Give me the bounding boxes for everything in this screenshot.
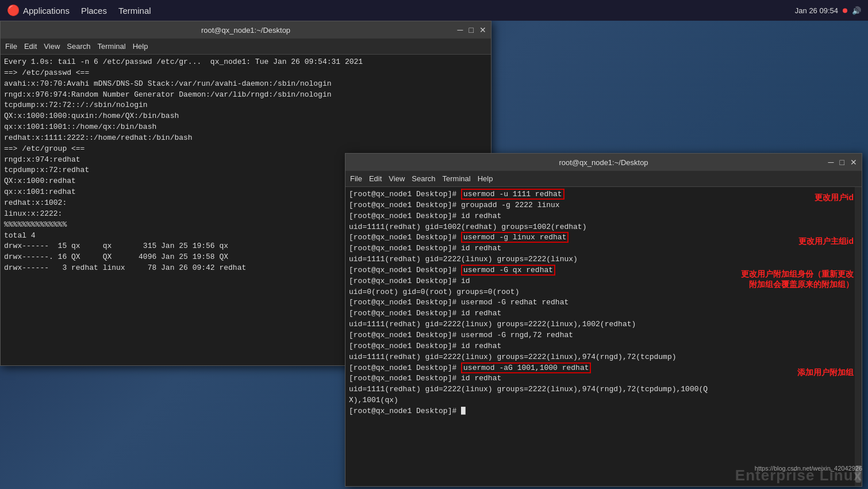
terminal-2-controls[interactable]: ─ □ ✕ xyxy=(828,158,857,167)
os-logo-icon: 🔴 xyxy=(7,4,20,17)
terminal-1-menubar: File Edit View Search Terminal Help xyxy=(1,39,491,55)
terminal-2-line: uid=0(root) gid=0(root) groups=0(root) xyxy=(349,287,858,298)
highlighted-command: usermod -u 1111 redhat xyxy=(461,189,564,200)
highlighted-command: usermod -aG 1001,1000 redhat xyxy=(461,362,591,373)
terminal-2-line: [root@qx_node1 Desktop]# id xyxy=(349,276,858,287)
taskbar-places[interactable]: Places xyxy=(81,6,107,16)
terminal-2-content: [root@qx_node1 Desktop]# usermod -u 1111… xyxy=(345,187,862,486)
terminal-1-line: QX:x:1000:1000:quxin:/home/QX:/bin/bash xyxy=(4,111,487,122)
terminal-2-line: [root@qx_node1 Desktop]# usermod -G qx r… xyxy=(349,265,858,276)
terminal-2-line: [root@qx_node1 Desktop]# █ xyxy=(349,406,858,417)
minimize-button-1[interactable]: ─ xyxy=(458,25,463,35)
terminal-2-line: uid=1111(redhat) gid=2222(linux) groups=… xyxy=(349,384,858,395)
terminal-2-line: [root@qx_node1 Desktop]# id redhat xyxy=(349,373,858,384)
menu-view-1[interactable]: View xyxy=(44,42,60,51)
terminal-2-title: root@qx_node1:~/Desktop xyxy=(559,158,648,167)
terminal-2-line: [root@qx_node1 Desktop]# id redhat xyxy=(349,341,858,352)
menu-edit-2[interactable]: Edit xyxy=(369,174,382,183)
maximize-button-2[interactable]: □ xyxy=(840,158,844,167)
notification-dot xyxy=(843,8,847,13)
menu-help-2[interactable]: Help xyxy=(478,174,493,183)
highlighted-command: usermod -G qx redhat xyxy=(461,265,555,276)
close-button-2[interactable]: ✕ xyxy=(850,158,857,167)
terminal-1-line: ==> /etc/passwd <== xyxy=(4,68,487,79)
terminal-1-line: qx:x:1001:1001::/home/qx:/bin/bash xyxy=(4,122,487,133)
terminal-2-line: [root@qx_node1 Desktop]# id redhat xyxy=(349,211,858,222)
terminal-2-line: [root@qx_node1 Desktop]# id redhat xyxy=(349,308,858,319)
taskbar-applications[interactable]: Applications xyxy=(23,6,70,16)
terminal-2-line: [root@qx_node1 Desktop]# id redhat xyxy=(349,243,858,254)
taskbar: 🔴 Applications Places Terminal Jan 26 09… xyxy=(0,0,868,21)
terminal-1-line: Every 1.0s: tail -n 6 /etc/passwd /etc/g… xyxy=(4,57,487,68)
terminal-2-line: [root@qx_node1 Desktop]# usermod -G rngd… xyxy=(349,330,858,341)
speaker-icon: 🔊 xyxy=(852,6,861,15)
menu-search-1[interactable]: Search xyxy=(67,42,90,51)
watermark-text: Enterprise Linux xyxy=(735,467,862,484)
highlighted-command: usermod -g linux redhat xyxy=(461,232,569,243)
menu-help-1[interactable]: Help xyxy=(133,42,148,51)
terminal-2-line: [root@qx_node1 Desktop]# usermod -u 1111… xyxy=(349,189,858,200)
terminal-2-line: uid=1111(redhat) gid=2222(linux) groups=… xyxy=(349,352,858,363)
menu-terminal-1[interactable]: Terminal xyxy=(98,42,126,51)
terminal-2-line: [root@qx_node1 Desktop]# usermod -g linu… xyxy=(349,232,858,243)
terminal-1-line: redhat:x:1111:2222::/home/redhat:/bin/ba… xyxy=(4,133,487,144)
menu-terminal-2[interactable]: Terminal xyxy=(443,174,471,183)
terminal-1-line: tcpdump:x:72:72::/:/sbin/nologin xyxy=(4,100,487,111)
minimize-button-2[interactable]: ─ xyxy=(828,158,834,167)
terminal-window-2: root@qx_node1:~/Desktop ─ □ ✕ File Edit … xyxy=(345,153,862,487)
terminal-2-line: uid=1111(redhat) gid=2222(linux) groups=… xyxy=(349,254,858,265)
terminal-1-titlebar: root@qx_node1:~/Desktop ─ □ ✕ xyxy=(1,21,491,39)
terminal-1-line: rngd:x:976:974:Random Number Generator D… xyxy=(4,90,487,101)
terminal-2-line: X),1001(qx) xyxy=(349,395,858,406)
maximize-button-1[interactable]: □ xyxy=(469,25,474,35)
terminal-2-titlebar: root@qx_node1:~/Desktop ─ □ ✕ xyxy=(345,154,862,171)
menu-file-2[interactable]: File xyxy=(350,174,362,183)
menu-file-1[interactable]: File xyxy=(5,42,17,51)
terminal-2-line: uid=1111(redhat) gid=1002(redhat) groups… xyxy=(349,222,858,233)
terminal-1-title: root@qx_node1:~/Desktop xyxy=(201,26,290,35)
datetime-display: Jan 26 09:54 xyxy=(795,6,838,15)
menu-view-2[interactable]: View xyxy=(389,174,405,183)
terminal-2-line: [root@qx_node1 Desktop]# usermod -aG 100… xyxy=(349,363,858,374)
terminal-1-controls[interactable]: ─ □ ✕ xyxy=(458,25,486,35)
scrollbar-track[interactable] xyxy=(855,187,862,486)
terminal-2-line: [root@qx_node1 Desktop]# usermod -G redh… xyxy=(349,297,858,308)
close-button-1[interactable]: ✕ xyxy=(479,25,486,35)
menu-search-2[interactable]: Search xyxy=(412,174,435,183)
taskbar-terminal[interactable]: Terminal xyxy=(118,6,151,16)
terminal-2-menubar: File Edit View Search Terminal Help xyxy=(345,171,862,187)
taskbar-right-area: Jan 26 09:54 🔊 xyxy=(795,6,861,15)
terminal-1-line: avahi:x:70:70:Avahi mDNS/DNS-SD Stack:/v… xyxy=(4,79,487,90)
desktop: root@qx_node1:~/Desktop ─ □ ✕ File Edit … xyxy=(0,21,868,489)
terminal-2-line: uid=1111(redhat) gid=2222(linux) groups=… xyxy=(349,319,858,330)
menu-edit-1[interactable]: Edit xyxy=(24,42,37,51)
terminal-2-line: [root@qx_node1 Desktop]# groupadd -g 222… xyxy=(349,200,858,211)
